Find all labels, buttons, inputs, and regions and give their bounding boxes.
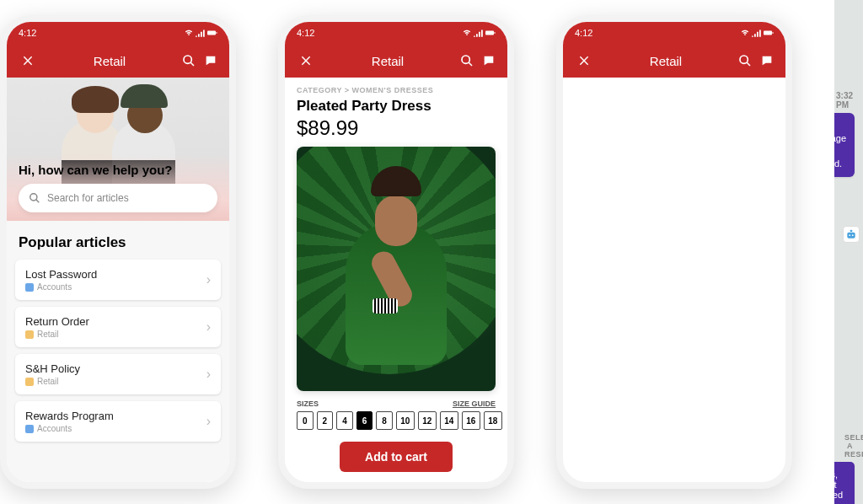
chevron-right-icon: › — [206, 414, 211, 429]
chat-body: Retail Support 3:31 PM Hi, Welcome to Re… — [834, 0, 863, 504]
phone-help-center: 4:12 Retail Hi, how can we h — [0, 15, 236, 489]
status-icons — [462, 29, 496, 37]
article-category: Retail — [37, 377, 59, 386]
size-option[interactable]: 14 — [440, 411, 458, 430]
search-field-icon — [29, 192, 40, 204]
article-category: Accounts — [37, 424, 72, 433]
signal-icon — [752, 29, 762, 37]
article-title: Return Order — [25, 315, 200, 328]
chat-icon[interactable] — [204, 54, 217, 67]
bot-avatar-icon — [843, 226, 860, 243]
status-time: 4:12 — [575, 28, 592, 38]
article-card[interactable]: S&H Policy Retail › — [15, 354, 221, 394]
phone-support-chat: 4:12 Retail — [556, 15, 792, 489]
close-icon[interactable] — [297, 55, 315, 67]
chat-icon[interactable] — [482, 54, 496, 67]
battery-icon — [207, 29, 217, 37]
agent-message-row: Let's see if these articles help — [843, 226, 855, 302]
product-name: Pleated Party Dress — [297, 98, 496, 115]
size-option[interactable]: 12 — [418, 411, 437, 430]
svg-point-3 — [30, 194, 37, 201]
search-placeholder: Search for articles — [47, 192, 129, 204]
close-icon[interactable] — [575, 55, 593, 67]
article-category: Accounts — [37, 282, 72, 292]
svg-point-15 — [849, 234, 850, 236]
status-bar: 4:12 — [7, 22, 229, 44]
category-icon — [25, 283, 34, 292]
app-bar: Retail — [563, 44, 785, 78]
popular-articles-list: Lost Password Accounts › Return Order Re… — [7, 260, 229, 450]
app-bar: Retail — [7, 44, 229, 78]
status-bar: 4:12 — [563, 22, 785, 44]
status-icons — [184, 29, 217, 37]
article-card[interactable]: Return Order Retail › — [15, 307, 221, 347]
svg-rect-5 — [495, 32, 496, 34]
product-image[interactable] — [297, 147, 496, 391]
phone-product-detail: 4:12 Retail CATEGORY > WOMEN'S DRESSES P… — [278, 15, 514, 489]
battery-icon — [764, 29, 774, 37]
svg-rect-17 — [850, 229, 852, 231]
svg-point-6 — [462, 56, 469, 63]
hero-title: Hi, how can we help you? — [19, 163, 217, 177]
category-icon — [25, 378, 34, 386]
status-time: 4:12 — [19, 28, 36, 38]
product-price: $89.99 — [297, 116, 496, 140]
search-icon[interactable] — [738, 54, 752, 67]
popular-heading: Popular articles — [7, 221, 229, 260]
svg-rect-1 — [217, 32, 217, 34]
article-card[interactable]: Rewards Program Accounts › — [15, 401, 221, 442]
search-input[interactable]: Search for articles — [19, 184, 217, 212]
svg-point-9 — [740, 56, 748, 63]
svg-rect-0 — [207, 31, 216, 35]
svg-rect-8 — [773, 32, 774, 34]
size-guide-link[interactable]: SIZE GUIDE — [453, 399, 496, 408]
size-option-selected[interactable]: 6 — [356, 411, 373, 430]
app-title: Retail — [315, 54, 460, 68]
agent-message-row: Hi, Welcome to Retail Support. How can w… — [843, 0, 855, 81]
svg-point-2 — [184, 56, 191, 63]
article-card[interactable]: Lost Password Accounts › — [15, 260, 221, 300]
battery-icon — [485, 29, 496, 37]
wifi-icon — [184, 29, 194, 37]
size-option[interactable]: 4 — [336, 411, 353, 430]
status-bar: 4:12 — [285, 22, 507, 44]
app-title: Retail — [37, 54, 182, 68]
svg-rect-4 — [485, 31, 494, 35]
size-option[interactable]: 2 — [317, 411, 334, 430]
close-icon[interactable] — [19, 55, 37, 67]
svg-point-16 — [852, 234, 854, 236]
article-title: S&H Policy — [25, 362, 200, 375]
svg-rect-14 — [847, 232, 855, 238]
article-title: Lost Password — [25, 268, 200, 281]
category-icon — [25, 330, 34, 339]
signal-icon — [474, 29, 484, 37]
wifi-icon — [462, 29, 472, 37]
size-option[interactable]: 16 — [462, 411, 480, 430]
search-icon[interactable] — [182, 54, 196, 67]
size-option[interactable]: 18 — [484, 411, 502, 430]
product-detail-body: CATEGORY > WOMEN'S DRESSES Pleated Party… — [285, 78, 507, 482]
status-icons — [740, 29, 774, 37]
size-option[interactable]: 10 — [396, 411, 415, 430]
response-buttons: Yes, that helped No, I need to talk to s… — [843, 462, 855, 504]
user-message: My package never arrived. — [834, 113, 855, 176]
signal-icon — [196, 29, 206, 37]
size-option[interactable]: 0 — [297, 411, 314, 430]
response-label: SELECT A RESPONSE — [844, 433, 853, 458]
sizes-label: SIZES — [297, 399, 319, 408]
size-option[interactable]: 8 — [376, 411, 393, 430]
chat-icon[interactable] — [760, 54, 774, 67]
wifi-icon — [740, 29, 750, 37]
user-timestamp: 3:32 PM — [836, 91, 853, 110]
chevron-right-icon: › — [206, 367, 211, 382]
breadcrumb[interactable]: CATEGORY > WOMEN'S DRESSES — [297, 86, 496, 94]
add-to-cart-button[interactable]: Add to cart — [340, 442, 453, 472]
search-icon[interactable] — [460, 54, 474, 67]
chevron-right-icon: › — [206, 272, 211, 287]
app-title: Retail — [593, 54, 738, 68]
response-yes-button[interactable]: Yes, that helped — [834, 462, 855, 504]
help-center-body: Hi, how can we help you? Search for arti… — [7, 78, 229, 482]
article-category: Retail — [37, 330, 59, 339]
size-selector: 0 2 4 6 8 10 12 14 16 18 — [297, 411, 496, 430]
hero-banner: Hi, how can we help you? Search for arti… — [7, 78, 229, 221]
